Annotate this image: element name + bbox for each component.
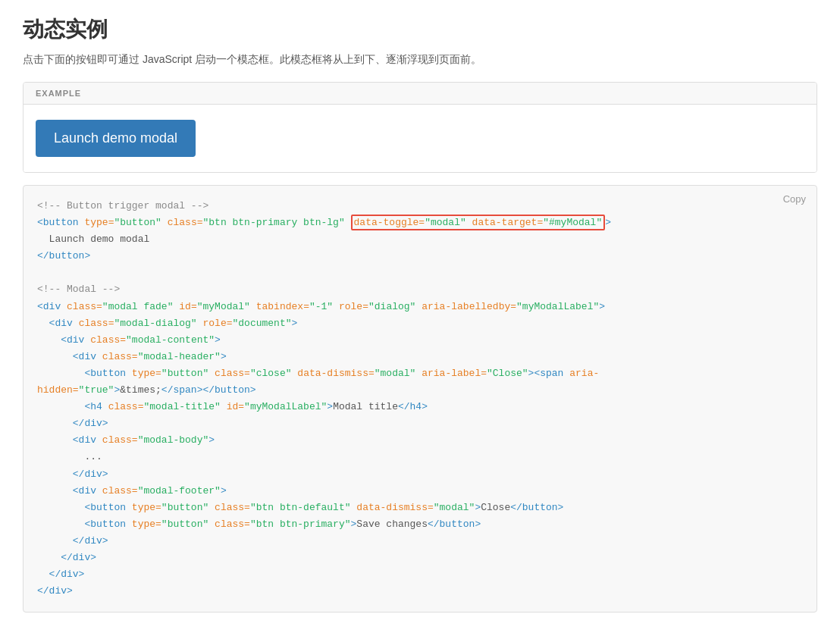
tag-modal-close: </div> (37, 585, 73, 597)
attr-tabindex: tabindex= (256, 301, 309, 312)
val-target: "#myModal" (543, 217, 602, 228)
val-class: "btn btn-primary btn-lg" (202, 217, 344, 228)
attr-save-type: type= (132, 519, 161, 530)
page-title: 动态实例 (23, 15, 817, 44)
attr-h4-id: id= (227, 401, 244, 412)
val-aria-label: "Close" (487, 368, 528, 379)
val-body-class: "modal-body" (138, 434, 209, 446)
val-type: "button" (114, 217, 161, 228)
tag-close-gt: ><span (528, 368, 564, 379)
attr-id: id= (179, 301, 196, 312)
tag-save-close: </button> (428, 519, 481, 530)
attr-body-class: class= (102, 434, 138, 446)
val-dialog-class: "modal-dialog" (114, 318, 196, 329)
tag-header-close: </div> (73, 418, 108, 429)
tag-header: <div (73, 351, 96, 362)
launch-demo-modal-button[interactable]: Launch demo modal (36, 120, 196, 157)
val-btn2-type: "button" (161, 502, 208, 513)
attr-aria-hidden: aria- (569, 368, 599, 379)
attr-close-class: class= (215, 368, 250, 379)
val-btn2-class: "btn btn-default" (250, 502, 351, 513)
tag-div-gt: > (599, 301, 605, 312)
tag-dialog-gt: > (292, 318, 298, 329)
val-save-type: "button" (161, 519, 208, 530)
tag-div-modal: <div (37, 301, 61, 312)
tag-button-open: <button (37, 217, 79, 228)
tag-dialog-close: </div> (49, 569, 85, 580)
comment-modal: <!-- Modal --> (37, 284, 120, 295)
attr-h4-class: class= (108, 401, 144, 412)
attr-btn2-type: type= (132, 502, 161, 513)
val-id: "myModal" (197, 301, 250, 312)
save-text: Save changes (356, 519, 428, 530)
page-description: 点击下面的按钮即可通过 JavaScript 启动一个模态框。此模态框将从上到下… (23, 53, 817, 67)
val-role: "dialog" (368, 301, 415, 312)
attr-btn2-dismiss: data-dismiss= (356, 502, 433, 513)
body-ellipsis: ... (84, 451, 102, 462)
tag-footer: <div (73, 485, 96, 497)
tag-footer-gt: > (221, 485, 227, 497)
close-text: Close (481, 502, 510, 513)
attr-dialog-role: role= (202, 318, 232, 329)
val-close-class: "close" (250, 368, 292, 379)
tag-h4: <h4 (84, 401, 102, 412)
attr-aria-label: aria-label= (422, 368, 487, 379)
attr-dismiss: data-dismiss= (297, 368, 374, 379)
tag-header-gt: > (221, 351, 227, 362)
attr-toggle: data-toggle= (354, 217, 425, 228)
tag-button-close: </button> (37, 250, 90, 262)
tag-span-close: </span></button> (161, 384, 256, 396)
attr-target: data-target= (472, 217, 544, 228)
tag-h4-gt: > (327, 401, 333, 412)
attr-close-type: type= (132, 368, 161, 379)
attr-header-class: class= (102, 351, 138, 362)
attr-dialog-class: class= (79, 318, 114, 329)
val-footer-class: "modal-footer" (138, 485, 221, 497)
val-dismiss: "modal" (375, 368, 416, 379)
code-block: Copy <!-- Button trigger modal --> <butt… (23, 185, 817, 613)
val-save-class: "btn btn-primary" (250, 519, 351, 530)
button-text: Launch demo modal (49, 233, 150, 245)
tag-btn2-close: </button> (510, 502, 563, 513)
tag-body: <div (73, 434, 96, 446)
tag-close-btn: <button (84, 368, 126, 379)
val-close-type: "button" (161, 368, 208, 379)
val-hidden: "true" (79, 384, 114, 396)
val-toggle: "modal" (425, 217, 466, 228)
attr-aria: aria-labelledby= (422, 301, 516, 312)
attr-save-class: class= (215, 519, 250, 530)
val-aria: "myModalLabel" (516, 301, 599, 312)
copy-button[interactable]: Copy (783, 193, 806, 205)
tag-h4-close: </h4> (398, 401, 428, 412)
val-h4-id: "myModalLabel" (244, 401, 327, 412)
tag-body-gt: > (208, 434, 215, 446)
tag-dialog: <div (49, 318, 73, 329)
example-content: Launch demo modal (24, 105, 816, 172)
example-box: EXAMPLE Launch demo modal (23, 82, 817, 173)
tag-close-btn2: <button (84, 502, 126, 513)
attr-class-modal: class= (67, 301, 102, 312)
attr-role: role= (339, 301, 368, 312)
tag-body-close: </div> (73, 468, 108, 480)
attr-hidden-val: hidden= (37, 384, 79, 396)
val-dialog-role: "document" (233, 318, 292, 329)
val-btn2-dismiss: "modal" (434, 502, 475, 513)
attr-class: class= (168, 217, 203, 228)
tag-content-gt: > (215, 334, 221, 346)
tag-content-close: </div> (61, 552, 96, 563)
tag-save-btn: <button (84, 519, 126, 530)
code-content: <!-- Button trigger modal --> <button ty… (24, 186, 816, 612)
tag-gt: > (605, 217, 611, 228)
val-class-modal: "modal fade" (102, 301, 174, 312)
comment-1: <!-- Button trigger modal --> (37, 200, 208, 211)
attr-type: type= (84, 217, 114, 228)
attr-footer-class: class= (102, 485, 138, 497)
example-label: EXAMPLE (24, 83, 816, 105)
val-tabindex: "-1" (309, 301, 333, 312)
val-header-class: "modal-header" (138, 351, 221, 362)
val-h4-class: "modal-title" (143, 401, 220, 412)
tag-footer-close: </div> (73, 535, 108, 547)
modal-title-text: Modal title (333, 401, 398, 412)
tag-content: <div (61, 334, 84, 346)
attr-btn2-class: class= (215, 502, 250, 513)
